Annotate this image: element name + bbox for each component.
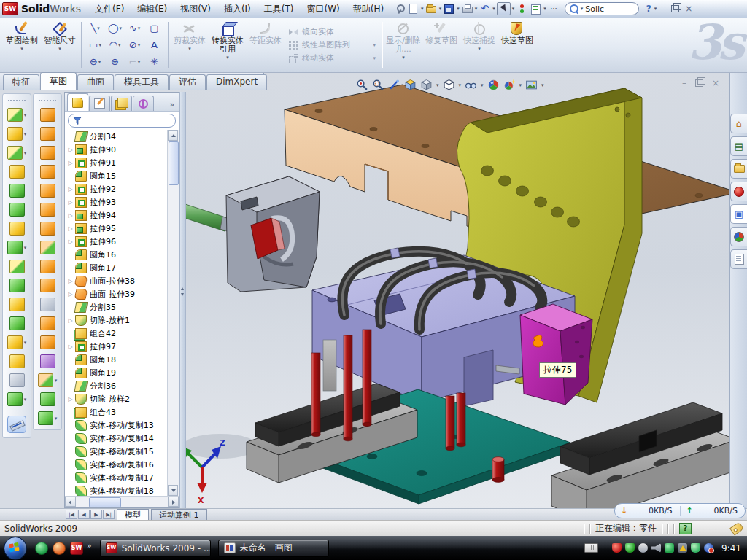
edit-appearance-icon[interactable] [487,79,500,91]
expand-arrow-icon[interactable]: ▷ [67,278,74,284]
tree-item[interactable]: 实体-移动/复制16 [65,458,179,471]
ejector-cylinder[interactable] [492,457,504,483]
expand-arrow-icon[interactable]: ▷ [67,186,74,192]
tree-item[interactable]: 分割34 [65,130,179,143]
thicken-button[interactable]: ▾ [38,411,58,425]
graphics-viewport[interactable]: Y Z X ▾ ▾ ▾ ▾ ▾ – × [181,73,729,508]
corner-rectangle-icon[interactable]: ▭▾ [85,36,105,53]
section-view-icon[interactable] [404,79,417,91]
hide-show-items-caret[interactable]: ▾ [481,82,484,88]
model-canvas[interactable]: Y Z X [181,73,729,508]
untrim-surface-button[interactable] [40,335,55,349]
doc-restore-button[interactable] [695,79,703,87]
menu-item[interactable]: 窗口(W) [300,3,346,15]
search-caret[interactable]: ▾ [581,7,584,12]
tab-view-palette[interactable]: ▣ [730,204,747,224]
close-button[interactable]: × [685,4,692,14]
tray-update-icon[interactable] [638,543,648,553]
taskbar-clock[interactable]: 9:41 [721,543,741,553]
move-entities-button[interactable]: 移动实体▾ [288,52,376,63]
straight-slot-icon[interactable]: ⊖▾ [85,53,105,70]
tray-sync-icon[interactable] [704,543,713,553]
tab-appearances[interactable] [730,227,747,246]
intersect-button[interactable] [9,316,25,330]
tree-item[interactable]: 圆角17 [65,261,179,274]
tray-antivirus-icon[interactable] [625,543,635,553]
quick-launch-browser-icon[interactable] [53,542,66,555]
circle-icon[interactable]: ◯▾ [105,20,125,36]
doc-close-button[interactable]: × [712,78,719,88]
axis-button[interactable] [9,373,25,387]
tree-item[interactable]: ▷曲面-拉伸39 [65,287,179,300]
spline-curve-button[interactable]: ▾ [7,392,27,406]
view-settings-caret[interactable]: ▾ [541,82,544,88]
lofted-surface-button[interactable] [40,165,55,179]
rebuild-lights-icon[interactable] [516,3,528,15]
fillet-button[interactable]: ▾ [7,146,27,160]
dropdown-caret[interactable]: ▾ [478,46,481,52]
command-tab-特征[interactable]: 特征 [3,74,39,90]
sketch-button[interactable]: 草图绘制▾ [3,18,41,72]
tree-item[interactable]: ▷曲面-拉伸38 [65,274,179,287]
command-tab-模具工具[interactable]: 模具工具 [115,74,169,90]
tree-item[interactable]: 圆角18 [65,353,179,366]
help-caret[interactable]: ▾ [654,7,657,12]
panel-overflow-icon[interactable]: » [169,100,179,111]
taskbar-task-button[interactable]: 未命名 - 画图 [218,540,329,557]
text-icon[interactable]: A [144,36,164,53]
tree-item[interactable]: ▷拉伸94 [65,209,179,222]
display-style-caret[interactable]: ▾ [459,82,462,88]
pin-icon[interactable] [393,3,406,15]
tree-item[interactable]: ▷拉伸90 [65,143,179,156]
doc-tab-模型[interactable]: 模型 [117,509,149,521]
mirror-button[interactable] [9,260,25,273]
search-input[interactable]: ▾ Solic [565,2,639,15]
tree-filter-input[interactable] [68,114,176,128]
slider-block[interactable] [226,176,320,292]
expand-arrow-icon[interactable]: ▷ [67,147,74,153]
smart-dimension-button[interactable]: 智能尺寸▾ [41,18,79,72]
tree-item[interactable]: ▷切除-放样1 [65,314,179,327]
apply-scene-icon[interactable] [503,79,516,91]
dropdown-caret[interactable]: ▾ [58,46,61,52]
help-button[interactable]: ? [646,4,651,14]
wrap-button[interactable] [9,222,25,236]
select-caret[interactable]: ▾ [512,7,515,12]
new-document-button[interactable] [407,3,419,15]
tree-item[interactable]: ▷拉伸93 [65,195,179,209]
tree-item[interactable]: 实体-移动/复制17 [65,471,179,484]
reference-sketch-button[interactable]: ▾ [7,335,27,349]
plane-button[interactable] [9,354,25,368]
minimize-button[interactable]: – [661,4,665,14]
tab-property-manager[interactable] [89,96,110,111]
tab-file-explorer[interactable] [730,159,747,179]
tree-item[interactable]: ▷拉伸97 [65,340,179,353]
scroll-thumb[interactable] [169,141,179,185]
undo-button[interactable]: ↶ [479,3,491,15]
polygon-icon[interactable]: ⊕ [105,53,125,70]
display-style-icon[interactable] [443,79,455,91]
tree-item[interactable]: ▷切除-放样2 [65,392,179,405]
delete-face-button[interactable] [40,298,55,311]
quick-launch-solidworks-icon[interactable]: SW [70,542,83,555]
expand-arrow-icon[interactable]: ▷ [67,212,74,219]
tray-messenger-icon[interactable] [665,543,674,553]
tab-solidworks-resources[interactable]: ⌂ [730,114,747,133]
taskbar-task-button[interactable]: SWSolidWorks 2009 - ... [100,540,211,557]
ellipse-icon[interactable]: ⊘▾ [125,36,144,53]
sketch-fillet-icon[interactable]: ⌐▾ [125,53,144,70]
combine-button[interactable] [9,279,25,292]
tab-solidworks-forum[interactable] [730,182,747,201]
apply-scene-caret[interactable]: ▾ [519,82,522,88]
save-caret[interactable]: ▾ [457,7,460,12]
spline-icon[interactable]: ∿▾ [125,20,144,36]
command-tab-草图[interactable]: 草图 [40,72,77,90]
repair-sketch-button[interactable]: 修复草图 [422,18,460,72]
extruded-surface-button[interactable] [40,108,55,122]
new-caret[interactable]: ▾ [421,7,424,12]
previous-view-icon[interactable] [388,79,400,91]
expand-arrow-icon[interactable]: ▷ [67,160,74,166]
expand-arrow-icon[interactable]: ▷ [67,291,74,298]
draft-button[interactable] [9,203,25,217]
offset-surface-button[interactable] [40,260,55,273]
